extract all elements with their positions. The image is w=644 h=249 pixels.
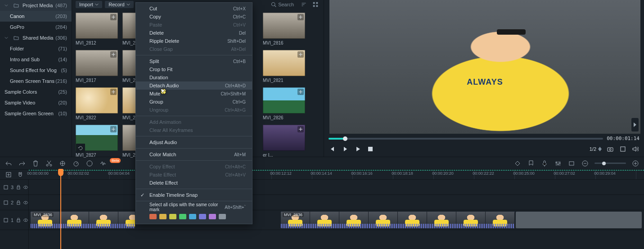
record-dropdown[interactable]: Record <box>105 1 133 8</box>
magnet-button[interactable] <box>16 171 24 179</box>
lock-icon[interactable] <box>16 200 20 205</box>
eye-icon[interactable] <box>23 185 28 190</box>
media-thumbnail[interactable]: MVI_2826 <box>263 87 305 120</box>
timeline-clip[interactable]: MVI_2836 <box>281 212 515 228</box>
context-menu-item[interactable]: SplitCtrl+B <box>136 57 252 65</box>
context-menu-item[interactable]: ✓Enable Timeline Snap <box>136 191 252 199</box>
keyframe-button[interactable] <box>513 159 522 168</box>
sort-button[interactable] <box>299 0 308 9</box>
crop-button[interactable] <box>59 159 67 168</box>
preview-page[interactable]: 1/2 <box>590 146 602 152</box>
context-menu-item[interactable]: Crop to Fit <box>136 65 252 73</box>
context-menu-item[interactable]: Select all clips with the same color mar… <box>136 203 252 211</box>
context-menu-item[interactable]: Delete Effect <box>136 179 252 187</box>
import-dropdown[interactable]: Import <box>76 1 102 8</box>
marker-button[interactable] <box>527 159 535 168</box>
context-menu-shortcut: Ctrl+Alt+V <box>225 172 246 177</box>
track-header[interactable]: 2 <box>0 195 28 210</box>
media-thumbnail[interactable]: MVI_2816 <box>263 13 305 45</box>
track-header[interactable]: 3 <box>0 180 28 195</box>
sidebar-item[interactable]: GoPro(284) <box>0 22 72 32</box>
color-swatch[interactable] <box>209 214 216 219</box>
timeline-expand-button[interactable] <box>631 118 639 131</box>
add-to-timeline-icon[interactable] <box>297 89 304 95</box>
lock-icon[interactable] <box>16 217 20 223</box>
mixer-button[interactable] <box>554 159 562 168</box>
split-button[interactable] <box>45 159 53 168</box>
sidebar-item[interactable]: Sample Green Screen(10) <box>0 108 72 119</box>
add-to-timeline-icon[interactable] <box>110 89 117 95</box>
add-to-timeline-icon[interactable] <box>297 51 304 58</box>
color-swatch[interactable] <box>169 214 176 219</box>
add-to-timeline-icon[interactable] <box>110 51 117 58</box>
next-frame-button[interactable] <box>341 145 349 153</box>
context-menu-item[interactable]: GroupCtrl+G <box>136 98 252 106</box>
sidebar-item[interactable]: Sample Video(20) <box>0 97 72 108</box>
sidebar-item[interactable]: Shared Media(306) <box>0 32 72 43</box>
add-to-timeline-icon[interactable] <box>110 14 117 20</box>
mic-button[interactable] <box>540 159 549 168</box>
refresh-button[interactable] <box>76 144 85 153</box>
play-button[interactable] <box>354 145 362 153</box>
context-menu-item[interactable]: Detach AudioCtrl+Alt+D <box>136 81 252 90</box>
color-swatch[interactable] <box>189 214 196 219</box>
render-button[interactable] <box>567 159 576 168</box>
timeline-clip-grey[interactable] <box>516 212 642 228</box>
fullscreen-button[interactable] <box>619 145 627 153</box>
eye-icon[interactable] <box>23 200 28 205</box>
context-menu-item[interactable]: Duration <box>136 73 252 81</box>
media-thumbnail[interactable]: MVI_2827 <box>76 125 118 158</box>
delete-button[interactable] <box>32 159 40 168</box>
redo-button[interactable] <box>18 159 26 168</box>
stop-button[interactable] <box>366 145 374 153</box>
sidebar-item[interactable]: Canon(203) <box>0 11 72 22</box>
grid-view-button[interactable] <box>311 0 320 9</box>
media-thumbnail[interactable]: MVI_2821 <box>263 50 305 83</box>
sidebar-item[interactable]: Intro and Sub(14) <box>0 54 72 65</box>
track-3[interactable] <box>29 180 644 195</box>
context-menu-item: Paste EffectCtrl+Alt+V <box>136 171 252 179</box>
context-menu-item[interactable]: Color MatchAlt+M <box>136 150 252 158</box>
sidebar-item[interactable]: Green Screen Trans(216) <box>0 76 72 86</box>
color-swatch[interactable] <box>149 214 157 219</box>
track-add-button[interactable] <box>5 171 13 179</box>
context-menu-item[interactable]: CopyCtrl+C <box>136 13 252 21</box>
preview-viewport[interactable] <box>329 0 640 134</box>
timeline-ruler[interactable]: 00:00:00:0000:00:02:0200:00:04:0400:00:1… <box>29 170 644 179</box>
context-menu-item[interactable]: DeleteDel <box>136 29 252 37</box>
color-swatch[interactable] <box>179 214 186 219</box>
context-menu-item[interactable]: CutCtrl+X <box>136 5 252 13</box>
zoom-slider[interactable] <box>594 163 626 164</box>
media-thumbnail[interactable]: MVI_2812 <box>76 13 118 45</box>
media-thumbnail[interactable]: er I... <box>263 125 305 158</box>
context-menu-item[interactable]: Adjust Audio <box>136 138 252 146</box>
zoom-out-button[interactable] <box>581 159 589 168</box>
media-thumbnail[interactable]: MVI_2822 <box>76 87 118 120</box>
context-menu-item[interactable]: MuteCtrl+Shift+M <box>136 90 252 98</box>
snapshot-button[interactable] <box>606 145 614 153</box>
timeline-clip[interactable]: MVI_2836 <box>31 212 135 228</box>
track-2[interactable] <box>29 195 644 210</box>
context-menu-item[interactable]: Ripple DeleteShift+Del <box>136 37 252 45</box>
undo-button[interactable] <box>5 159 13 168</box>
media-thumbnail[interactable]: MVI_2817 <box>76 50 118 83</box>
volume-button[interactable] <box>631 145 639 153</box>
sidebar-item[interactable]: Project Media(487) <box>0 0 72 11</box>
add-to-timeline-icon[interactable] <box>110 126 117 132</box>
preview-scrubber[interactable] <box>329 138 603 140</box>
prev-frame-button[interactable] <box>329 145 337 153</box>
track-1[interactable]: MVI_2836 MVI_2836 <box>29 210 644 230</box>
lock-icon[interactable] <box>16 185 20 190</box>
zoom-in-button[interactable] <box>631 159 639 168</box>
add-to-timeline-icon[interactable] <box>297 126 304 132</box>
sidebar-item[interactable]: Sound Effect for Vlog(5) <box>0 65 72 76</box>
add-to-timeline-icon[interactable] <box>297 14 304 20</box>
color-swatch[interactable] <box>159 214 167 219</box>
track-header[interactable]: 1 <box>0 210 28 230</box>
sidebar-item[interactable]: Sample Colors(25) <box>0 86 72 97</box>
color-swatch[interactable] <box>199 214 206 219</box>
color-swatch[interactable] <box>219 214 226 219</box>
search-input[interactable]: Search <box>268 1 297 8</box>
sidebar-item[interactable]: Folder(71) <box>0 43 72 54</box>
eye-icon[interactable] <box>23 217 28 223</box>
